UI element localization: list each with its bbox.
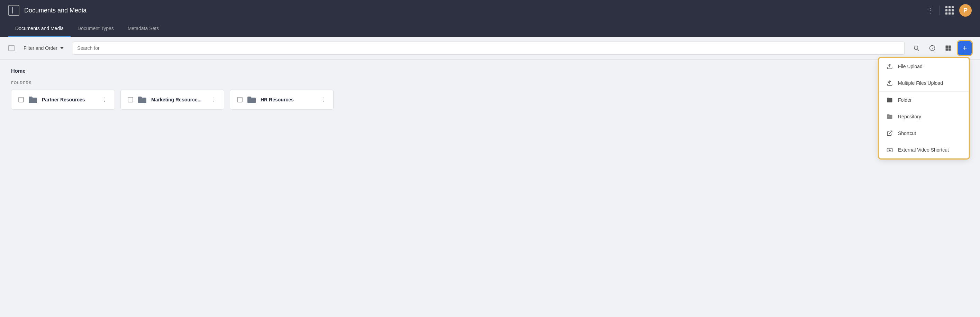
external-video-label: External Video Shortcut — [898, 147, 949, 153]
folders-grid: Partner Resources ⋮ Marketing Resource..… — [11, 90, 969, 110]
svg-rect-7 — [946, 48, 948, 51]
avatar[interactable]: P — [959, 4, 972, 17]
folder-icon-2 — [247, 96, 256, 104]
dropdown-item-repository[interactable]: Repository — [879, 108, 969, 125]
folder-icon-1 — [137, 96, 147, 104]
search-input[interactable] — [77, 45, 900, 51]
tab-metadata-sets[interactable]: Metadata Sets — [121, 21, 166, 37]
dropdown-item-multiple-upload[interactable]: Multiple Files Upload — [879, 75, 969, 91]
svg-marker-15 — [889, 150, 891, 151]
header-actions: ⋮ P — [927, 4, 972, 17]
app-icon — [8, 5, 19, 16]
select-all-checkbox[interactable] — [8, 45, 14, 51]
folder-card-hr-resources[interactable]: HR Resources ⋮ — [230, 90, 334, 110]
breadcrumb-home: Home — [11, 68, 969, 74]
dropdown-create-section: Folder Repository — [879, 92, 969, 158]
svg-rect-8 — [948, 48, 951, 51]
tab-bar: Documents and Media Document Types Metad… — [0, 21, 980, 37]
add-dropdown-menu: File Upload Multiple Files Upload — [879, 58, 969, 158]
file-upload-label: File Upload — [898, 64, 923, 69]
folder-name-2: HR Resources — [261, 97, 316, 102]
folder-name-0: Partner Resources — [42, 97, 98, 102]
toolbar: Filter and Order + — [0, 37, 980, 59]
external-video-icon — [886, 147, 893, 153]
folder-label: Folder — [898, 97, 912, 103]
folder-icon-0 — [28, 96, 38, 104]
filter-order-button[interactable]: Filter and Order — [20, 43, 67, 53]
folder-checkbox-2[interactable] — [237, 97, 243, 102]
grid-view-icon-btn[interactable] — [942, 42, 955, 54]
search-icon-btn[interactable] — [910, 42, 923, 54]
main-content: Home FOLDERS Partner Resources ⋮ — [0, 59, 980, 198]
folders-section-label: FOLDERS — [11, 81, 969, 85]
folder-card-partner-resources[interactable]: Partner Resources ⋮ — [11, 90, 115, 110]
folder-menu-1[interactable]: ⋮ — [211, 97, 217, 103]
toolbar-right: + — [910, 41, 972, 55]
filter-label: Filter and Order — [24, 45, 57, 51]
folder-menu-0[interactable]: ⋮ — [102, 97, 108, 103]
svg-line-1 — [918, 49, 919, 51]
tab-documents-and-media[interactable]: Documents and Media — [8, 21, 71, 37]
svg-rect-5 — [946, 46, 948, 48]
repository-icon — [886, 113, 893, 120]
tab-document-types[interactable]: Document Types — [71, 21, 121, 37]
multiple-upload-icon — [886, 80, 893, 86]
header-title: Documents and Media — [24, 7, 927, 14]
svg-point-0 — [914, 46, 918, 50]
folder-checkbox-1[interactable] — [128, 97, 133, 102]
file-upload-icon — [886, 63, 893, 70]
caret-down-icon — [60, 47, 64, 49]
svg-rect-6 — [948, 46, 951, 48]
add-button[interactable]: + — [958, 41, 972, 55]
folder-menu-2[interactable]: ⋮ — [320, 97, 326, 103]
info-icon-btn[interactable] — [926, 42, 939, 54]
header-bar: Documents and Media ⋮ P — [0, 0, 980, 21]
dropdown-item-file-upload[interactable]: File Upload — [879, 58, 969, 75]
shortcut-icon — [886, 130, 893, 137]
svg-rect-12 — [888, 116, 889, 116]
folder-name-1: Marketing Resource... — [151, 97, 207, 102]
svg-line-13 — [889, 131, 892, 134]
more-options-icon[interactable]: ⋮ — [927, 6, 934, 14]
multiple-upload-label: Multiple Files Upload — [898, 80, 943, 86]
folder-create-icon — [886, 97, 893, 104]
folder-checkbox-0[interactable] — [18, 97, 24, 102]
shortcut-label: Shortcut — [898, 131, 916, 136]
dropdown-item-shortcut[interactable]: Shortcut — [879, 125, 969, 142]
dropdown-item-external-video[interactable]: External Video Shortcut — [879, 142, 969, 158]
folder-card-marketing-resources[interactable]: Marketing Resource... ⋮ — [121, 90, 224, 110]
toolbar-area: Filter and Order + Home FOLDERS — [0, 37, 980, 198]
dropdown-upload-section: File Upload Multiple Files Upload — [879, 58, 969, 92]
repository-label: Repository — [898, 114, 921, 119]
apps-grid-icon[interactable] — [945, 6, 954, 14]
search-bar — [73, 41, 905, 55]
dropdown-item-folder[interactable]: Folder — [879, 92, 969, 108]
